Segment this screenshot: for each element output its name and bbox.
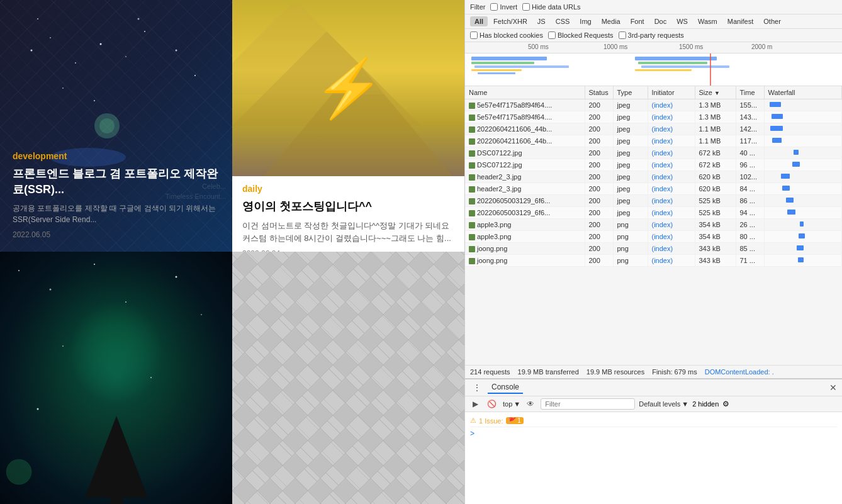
cell-initiator[interactable]: (index) — [648, 135, 695, 147]
blog-card-2[interactable]: ⚡ daily 영이의 첫포스팅입니다^^ 이건 섬머노트로 작성한 첫글입니다… — [232, 0, 464, 252]
pikachu-emoji: ⚡ — [313, 55, 384, 121]
th-time[interactable]: Time — [736, 86, 764, 99]
type-btn-doc[interactable]: Doc — [650, 16, 671, 26]
console-prompt[interactable]: > — [470, 427, 837, 440]
cell-initiator[interactable]: (index) — [648, 171, 695, 183]
type-btn-manifest[interactable]: Manifest — [723, 16, 758, 26]
type-btn-other[interactable]: Other — [759, 16, 785, 26]
cell-time: 94 ... — [736, 207, 764, 219]
table-row[interactable]: 20220604211606_44b...200jpeg(index)1.1 M… — [465, 135, 842, 147]
cell-waterfall — [764, 255, 842, 267]
console-close-button[interactable]: ✕ — [829, 383, 837, 393]
type-btn-media[interactable]: Media — [597, 16, 625, 26]
console-filter-input[interactable] — [541, 398, 635, 410]
console-ban-button[interactable]: 🚫 — [485, 398, 499, 410]
blocked-requests-group: Blocked Requests — [548, 31, 614, 39]
timeline-area: 500 ms 1000 ms 1500 ms 2000 m — [465, 42, 842, 86]
type-btn-ws[interactable]: WS — [672, 16, 692, 26]
card1-category: development — [13, 151, 220, 161]
type-btn-all[interactable]: All — [470, 16, 488, 26]
table-row[interactable]: header2_3.jpg200jpeg(index)620 kB102... — [465, 171, 842, 183]
table-row[interactable]: header2_3.jpg200jpeg(index)620 kB84 ... — [465, 183, 842, 195]
type-btn-js[interactable]: JS — [533, 16, 550, 26]
blocked-requests-checkbox[interactable] — [548, 31, 556, 39]
third-party-group: 3rd-party requests — [619, 31, 684, 39]
console-play-button[interactable]: ▶ — [470, 398, 481, 410]
table-row[interactable]: apple3.png200png(index)354 kB26 ... — [465, 219, 842, 231]
cell-initiator[interactable]: (index) — [648, 123, 695, 135]
issue-label: 1 Issue: — [479, 417, 503, 425]
requests-count: 214 requests — [470, 368, 510, 376]
svg-point-19 — [18, 270, 20, 271]
cell-initiator[interactable]: (index) — [648, 219, 695, 231]
table-row[interactable]: DSC07122.jpg200jpeg(index)672 kB96 ... — [465, 159, 842, 171]
console-caret: > — [470, 429, 474, 438]
cell-name: DSC07122.jpg — [465, 159, 585, 171]
console-issue-bar[interactable]: ⚠ 1 Issue: 🚩 1 — [470, 415, 837, 427]
console-gear-icon[interactable]: ⚙ — [722, 400, 729, 408]
type-btn-fetch-xhr[interactable]: Fetch/XHR — [489, 16, 532, 26]
hide-data-urls-checkbox[interactable] — [522, 3, 530, 11]
table-row[interactable]: apple3.png200png(index)354 kB80 ... — [465, 231, 842, 243]
cell-type: jpeg — [613, 207, 648, 219]
cell-status: 200 — [585, 207, 613, 219]
resources-size: 19.9 MB resources — [587, 368, 644, 376]
th-status[interactable]: Status — [585, 86, 613, 99]
svg-point-13 — [99, 118, 115, 133]
svg-point-5 — [144, 31, 145, 32]
cell-waterfall — [764, 111, 842, 123]
network-table-container[interactable]: Name Status Type Initiator Size ▼ Time W… — [465, 86, 842, 365]
blog-card-3[interactable] — [0, 252, 232, 504]
invert-checkbox[interactable] — [490, 3, 498, 11]
table-row[interactable]: joong.png200png(index)343 kB85 ... — [465, 243, 842, 255]
table-row[interactable]: 20220605003129_6f6...200jpeg(index)525 k… — [465, 207, 842, 219]
cell-initiator[interactable]: (index) — [648, 111, 695, 123]
th-initiator[interactable]: Initiator — [648, 86, 695, 99]
type-btn-wasm[interactable]: Wasm — [693, 16, 722, 26]
cell-status: 200 — [585, 195, 613, 207]
cell-initiator[interactable]: (index) — [648, 195, 695, 207]
svg-rect-39 — [638, 62, 707, 64]
table-row[interactable]: joong.png200png(index)343 kB71 ... — [465, 255, 842, 267]
svg-rect-41 — [635, 69, 692, 71]
table-row[interactable]: DSC07122.jpg200jpeg(index)672 kB40 ... — [465, 147, 842, 159]
blocked-cookies-checkbox[interactable] — [470, 31, 478, 39]
cell-name: 20220604211606_44b... — [465, 135, 585, 147]
table-row[interactable]: 5e57e4f7175a8f94f64....200jpeg(index)1.3… — [465, 99, 842, 111]
cell-initiator[interactable]: (index) — [648, 255, 695, 267]
console-default-levels-button[interactable]: Default levels ▼ — [639, 400, 688, 408]
table-row[interactable]: 5e57e4f7175a8f94f64....200jpeg(index)1.3… — [465, 111, 842, 123]
cell-initiator[interactable]: (index) — [648, 159, 695, 171]
type-btn-img[interactable]: Img — [575, 16, 595, 26]
cell-name: header2_3.jpg — [465, 171, 585, 183]
th-type[interactable]: Type — [613, 86, 648, 99]
ruler-mark-1000: 1000 ms — [603, 43, 627, 50]
cell-initiator[interactable]: (index) — [648, 147, 695, 159]
cell-initiator[interactable]: (index) — [648, 207, 695, 219]
type-btn-font[interactable]: Font — [626, 16, 649, 26]
console-top-dropdown[interactable]: top ▼ — [503, 400, 520, 408]
network-table: Name Status Type Initiator Size ▼ Time W… — [465, 86, 842, 267]
cell-name: joong.png — [465, 255, 585, 267]
cell-initiator[interactable]: (index) — [648, 243, 695, 255]
svg-point-20 — [50, 289, 52, 291]
console-menu-icon[interactable]: ⋮ — [470, 381, 484, 394]
third-party-checkbox[interactable] — [619, 31, 626, 39]
table-row[interactable]: 20220604211606_44b...200jpeg(index)1.1 M… — [465, 123, 842, 135]
blog-card-1[interactable]: Celeb...Timeless Encount... development … — [0, 0, 232, 252]
cell-initiator[interactable]: (index) — [648, 183, 695, 195]
table-row[interactable]: 20220605003129_6f6...200jpeg(index)525 k… — [465, 195, 842, 207]
th-waterfall[interactable]: Waterfall — [764, 86, 842, 99]
cell-initiator[interactable]: (index) — [648, 231, 695, 243]
console-eye-button[interactable]: 👁 — [524, 398, 537, 410]
cell-initiator[interactable]: (index) — [648, 99, 695, 111]
th-size[interactable]: Size ▼ — [695, 86, 736, 99]
cell-type: png — [613, 231, 648, 243]
console-tab[interactable]: Console — [488, 381, 523, 394]
type-btn-css[interactable]: CSS — [551, 16, 575, 26]
cell-name: 20220605003129_6f6... — [465, 207, 585, 219]
svg-point-3 — [100, 43, 102, 45]
console-toolbar: ▶ 🚫 top ▼ 👁 Default levels ▼ 2 hidden ⚙ — [465, 396, 842, 412]
card2-title: 영이의 첫포스팅입니다^^ — [242, 199, 454, 215]
th-name[interactable]: Name — [465, 86, 585, 99]
